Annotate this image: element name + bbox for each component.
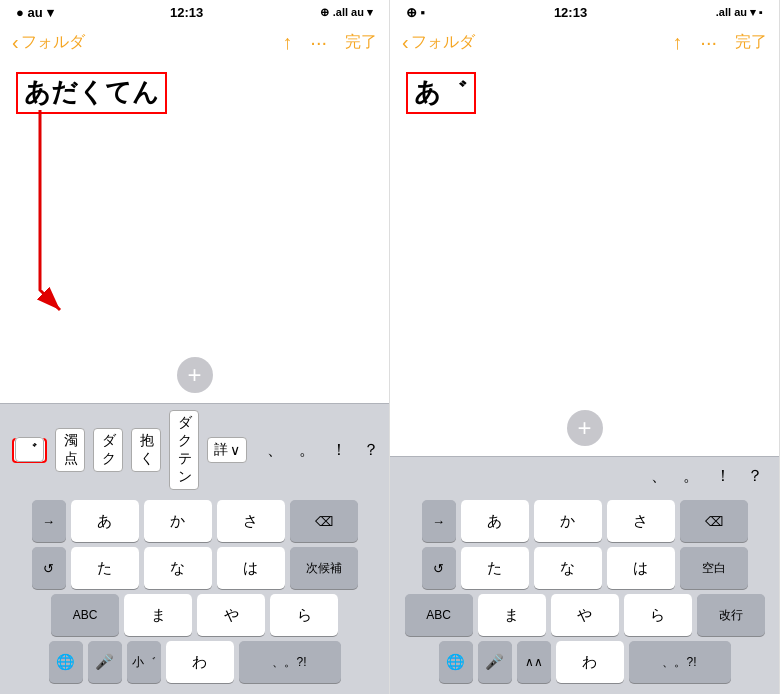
key-ma[interactable]: ま — [124, 594, 192, 636]
key-ya[interactable]: や — [197, 594, 265, 636]
key-next-candidate[interactable]: 次候補 — [290, 547, 358, 589]
period-key[interactable]: 。 — [295, 440, 319, 461]
key-mic-left[interactable]: 🎤 — [88, 641, 122, 683]
key-enter-right[interactable]: 改行 — [697, 594, 765, 636]
chevron-left-icon: ‹ — [12, 32, 19, 52]
back-label-left: フォルダ — [21, 32, 85, 53]
key-wa[interactable]: わ — [166, 641, 234, 683]
suggestion-5[interactable]: 詳 ∨ — [207, 437, 247, 463]
key-punct-right[interactable]: 、。?! — [629, 641, 731, 683]
key-arrow-left[interactable]: → — [32, 500, 66, 542]
status-bar-right: ⊕ ▪ 12:13 .all au ▾ ▪ — [390, 0, 779, 24]
battery-icon-right: .all au ▾ ▪ — [716, 6, 763, 19]
key-row-3-right: ABC ま や ら 改行 — [393, 594, 776, 636]
plus-button-right[interactable]: + — [567, 410, 603, 446]
key-globe-left[interactable]: 🌐 — [49, 641, 83, 683]
right-panel: ⊕ ▪ 12:13 .all au ▾ ▪ ‹ フォルダ ↑ ··· 完了 あ゛… — [390, 0, 780, 694]
key-abc-left[interactable]: ABC — [51, 594, 119, 636]
key-undo-right[interactable]: ↺ — [422, 547, 456, 589]
keyboard-toolbar-right: 、 。 ！ ？ — [390, 456, 779, 496]
left-panel: ● au ▾ 12:13 ⊕ .all au ▾ ‹ フォルダ ↑ ··· 完了… — [0, 0, 390, 694]
key-ta[interactable]: た — [71, 547, 139, 589]
key-delete[interactable]: ⌫ — [290, 500, 358, 542]
note-content-left[interactable]: あだくてん + — [0, 60, 389, 403]
nav-bar-left: ‹ フォルダ ↑ ··· 完了 — [0, 24, 389, 60]
question-key-right[interactable]: ？ — [743, 466, 767, 487]
suggestion-3[interactable]: 抱く — [131, 428, 161, 472]
suggestion-label-5: 詳 — [214, 441, 228, 459]
back-button-right[interactable]: ‹ フォルダ — [402, 32, 672, 53]
arrow-left — [20, 90, 220, 320]
done-button-right[interactable]: 完了 — [735, 32, 767, 53]
signal-icon-right: ⊕ ▪ — [406, 5, 425, 20]
key-space-right[interactable]: 空白 — [680, 547, 748, 589]
key-row-1-right: → あ か さ ⌫ — [393, 500, 776, 542]
nav-icons-right: ↑ ··· 完了 — [672, 31, 767, 54]
key-wa-right[interactable]: わ — [556, 641, 624, 683]
chevron-down-icon: ∨ — [230, 442, 240, 458]
plus-icon-right: + — [577, 414, 591, 442]
key-sa-right[interactable]: さ — [607, 500, 675, 542]
signal2-icon: .all au ▾ — [333, 6, 373, 19]
more-icon-left[interactable]: ··· — [310, 31, 327, 54]
key-punct-left[interactable]: 、。?! — [239, 641, 341, 683]
key-ra-right[interactable]: ら — [624, 594, 692, 636]
key-row-4-left: 🌐 🎤 小゛ わ 、。?! — [3, 641, 386, 683]
key-mic-right[interactable]: 🎤 — [478, 641, 512, 683]
status-right-right: .all au ▾ ▪ — [716, 6, 763, 19]
chevron-left-icon-right: ‹ — [402, 32, 409, 52]
back-button-left[interactable]: ‹ フォルダ — [12, 32, 282, 53]
key-undo-left[interactable]: ↺ — [32, 547, 66, 589]
key-delete-right[interactable]: ⌫ — [680, 500, 748, 542]
key-small-right[interactable]: ∧∧ — [517, 641, 551, 683]
note-content-right[interactable]: あ゛ + — [390, 60, 779, 456]
status-left-right: ⊕ ▪ — [406, 5, 425, 20]
key-globe-right[interactable]: 🌐 — [439, 641, 473, 683]
key-abc-right[interactable]: ABC — [405, 594, 473, 636]
nav-icons-left: ↑ ··· 完了 — [282, 31, 377, 54]
more-icon-right[interactable]: ··· — [700, 31, 717, 54]
status-right-left: ⊕ .all au ▾ — [320, 6, 373, 19]
key-ma-right[interactable]: ま — [478, 594, 546, 636]
key-row-1-left: → あ か さ ⌫ — [3, 500, 386, 542]
key-na[interactable]: な — [144, 547, 212, 589]
key-ya-right[interactable]: や — [551, 594, 619, 636]
key-sa[interactable]: さ — [217, 500, 285, 542]
key-ha[interactable]: は — [217, 547, 285, 589]
period-key-right[interactable]: 。 — [679, 466, 703, 487]
time-left: 12:13 — [170, 5, 203, 20]
key-arrow-right[interactable]: → — [422, 500, 456, 542]
key-row-3-left: ABC ま や ら — [3, 594, 386, 636]
done-button-left[interactable]: 完了 — [345, 32, 377, 53]
plus-icon-left: + — [187, 361, 201, 389]
signal-icon: ● au — [16, 5, 43, 20]
exclaim-key[interactable]: ！ — [327, 440, 351, 461]
keyboard-toolbar-left: ゛ 濁点 ダク 抱く ダクテン 詳 ∨ 、 。 ！ ？ — [0, 403, 389, 496]
key-a-right[interactable]: あ — [461, 500, 529, 542]
keyboard-right: → あ か さ ⌫ ↺ た な は 空白 ABC ま や ら 改行 🌐 🎤 ∧∧… — [390, 496, 779, 694]
key-ta-right[interactable]: た — [461, 547, 529, 589]
share-icon-right[interactable]: ↑ — [672, 31, 682, 54]
time-right: 12:13 — [554, 5, 587, 20]
key-row-4-right: 🌐 🎤 ∧∧ わ 、。?! — [393, 641, 776, 683]
question-key[interactable]: ？ — [359, 440, 383, 461]
comma-key[interactable]: 、 — [263, 440, 287, 461]
key-ra[interactable]: ら — [270, 594, 338, 636]
daku-key[interactable]: ゛ — [15, 437, 44, 462]
wifi-icon: ▾ — [47, 5, 54, 20]
suggestion-4[interactable]: ダクテン — [169, 410, 199, 490]
key-ha-right[interactable]: は — [607, 547, 675, 589]
key-na-right[interactable]: な — [534, 547, 602, 589]
status-bar-left: ● au ▾ 12:13 ⊕ .all au ▾ — [0, 0, 389, 24]
comma-key-right[interactable]: 、 — [647, 466, 671, 487]
key-ka[interactable]: か — [144, 500, 212, 542]
share-icon-left[interactable]: ↑ — [282, 31, 292, 54]
exclaim-key-right[interactable]: ！ — [711, 466, 735, 487]
suggestion-1[interactable]: 濁点 — [55, 428, 85, 472]
key-small-left[interactable]: 小゛ — [127, 641, 161, 683]
key-ka-right[interactable]: か — [534, 500, 602, 542]
key-a[interactable]: あ — [71, 500, 139, 542]
suggestion-2[interactable]: ダク — [93, 428, 123, 472]
plus-button-left[interactable]: + — [177, 357, 213, 393]
battery-icon: ⊕ — [320, 6, 329, 19]
